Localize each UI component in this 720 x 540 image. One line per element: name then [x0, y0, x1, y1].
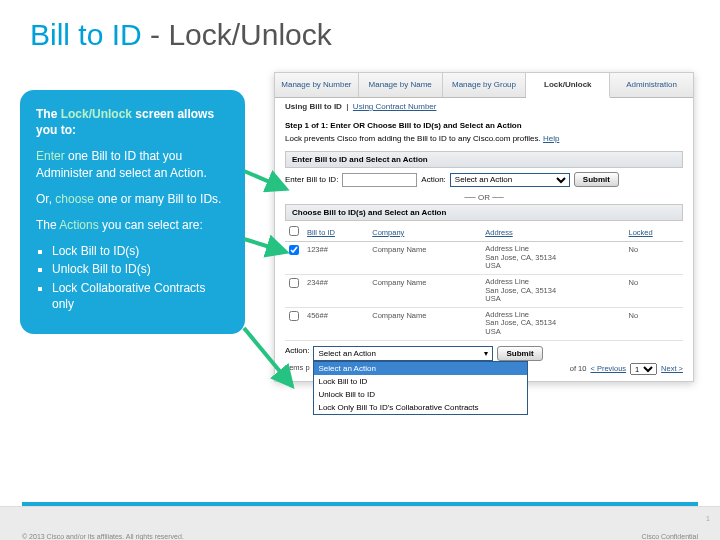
prev-page[interactable]: < Previous	[590, 364, 626, 373]
action-label: Action:	[421, 175, 445, 184]
col-locked[interactable]: Locked	[625, 223, 683, 242]
title-sep: -	[142, 18, 169, 51]
tab-manage-by-group[interactable]: Manage by Group	[443, 73, 527, 97]
info-callout: The Lock/Unlock screen allows you to: En…	[20, 90, 245, 334]
section-choose-header: Choose Bill to ID(s) and Select an Actio…	[285, 204, 683, 221]
cell-company: Company Name	[368, 242, 481, 275]
cell-company: Company Name	[368, 274, 481, 307]
table-row: 234##Company NameAddress LineSan Jose, C…	[285, 274, 683, 307]
bill-to-id-input[interactable]	[342, 173, 417, 187]
cell-bill-to-id: 234##	[303, 274, 368, 307]
next-page[interactable]: Next >	[661, 364, 683, 373]
title-part2: Lock/Unlock	[168, 18, 331, 51]
cell-address: Address LineSan Jose, CA, 35134USA	[481, 307, 624, 340]
copyright: © 2013 Cisco and/or its affiliates. All …	[22, 533, 184, 540]
arrow-icon	[242, 234, 292, 258]
bill-to-id-table: Bill to ID Company Address Locked 123##C…	[285, 223, 683, 341]
callout-bullets: Lock Bill to ID(s) Unlock Bill to ID(s) …	[36, 243, 229, 312]
tab-manage-by-number[interactable]: Manage by Number	[275, 73, 359, 97]
or-divider: ── OR ──	[275, 193, 693, 202]
chevron-down-icon: ▾	[484, 349, 488, 358]
col-bill-to-id[interactable]: Bill to ID	[303, 223, 368, 242]
note-row: Lock prevents Cisco from adding the Bill…	[275, 132, 693, 149]
cell-company: Company Name	[368, 307, 481, 340]
arrow-icon	[242, 324, 298, 394]
enter-row: Enter Bill to ID: Action: Select an Acti…	[285, 172, 683, 187]
arrow-icon	[242, 167, 292, 197]
svg-line-0	[244, 171, 286, 189]
cell-bill-to-id: 456##	[303, 307, 368, 340]
cell-locked: No	[625, 242, 683, 275]
cell-locked: No	[625, 307, 683, 340]
help-link[interactable]: Help	[543, 134, 559, 143]
enter-label: Enter Bill to ID:	[285, 175, 338, 184]
title-part1: Bill to ID	[30, 18, 142, 51]
action-select-top[interactable]: Select an Action	[450, 173, 570, 187]
action-option[interactable]: Lock Only Bill To ID's Collaborative Con…	[314, 401, 527, 414]
col-address[interactable]: Address	[481, 223, 624, 242]
action-dropdown-open: Select an Action Lock Bill to ID Unlock …	[313, 361, 528, 415]
page-number: 1	[706, 515, 710, 522]
cell-locked: No	[625, 274, 683, 307]
slide-title: Bill to ID - Lock/Unlock	[0, 0, 720, 62]
row-checkbox[interactable]	[289, 278, 299, 288]
submit-button-top[interactable]: Submit	[574, 172, 619, 187]
submit-button-bottom[interactable]: Submit	[497, 346, 542, 361]
action-row-bottom: Action: Select an Action ▾ Select an Act…	[285, 346, 683, 361]
tab-manage-by-name[interactable]: Manage by Name	[359, 73, 443, 97]
cell-address: Address LineSan Jose, CA, 35134USA	[481, 242, 624, 275]
section-enter-header: Enter Bill to ID and Select an Action	[285, 151, 683, 168]
tab-lock-unlock[interactable]: Lock/Unlock	[526, 73, 610, 98]
step-heading: Step 1 of 1: Enter OR Choose Bill to ID(…	[275, 115, 693, 132]
tab-bar: Manage by Number Manage by Name Manage b…	[275, 73, 693, 98]
slide-footer: © 2013 Cisco and/or its affiliates. All …	[0, 506, 720, 540]
action-option[interactable]: Unlock Bill to ID	[314, 388, 527, 401]
svg-line-1	[244, 239, 286, 252]
row-checkbox[interactable]	[289, 311, 299, 321]
app-panel: Manage by Number Manage by Name Manage b…	[274, 72, 694, 382]
subtab-link[interactable]: Using Contract Number	[353, 102, 437, 111]
confidential: Cisco Confidential	[642, 533, 698, 540]
table-row: 456##Company NameAddress LineSan Jose, C…	[285, 307, 683, 340]
subtab-active: Using Bill to ID	[285, 102, 342, 111]
page-select[interactable]: 1	[630, 363, 657, 375]
action-option[interactable]: Lock Bill to ID	[314, 375, 527, 388]
tab-administration[interactable]: Administration	[610, 73, 693, 97]
subtab-row: Using Bill to ID | Using Contract Number	[275, 98, 693, 115]
col-company[interactable]: Company	[368, 223, 481, 242]
svg-line-2	[244, 328, 292, 386]
table-row: 123##Company NameAddress LineSan Jose, C…	[285, 242, 683, 275]
cell-address: Address LineSan Jose, CA, 35134USA	[481, 274, 624, 307]
cell-bill-to-id: 123##	[303, 242, 368, 275]
action-select-bottom[interactable]: Select an Action ▾	[313, 346, 493, 361]
action-option[interactable]: Select an Action	[314, 362, 527, 375]
